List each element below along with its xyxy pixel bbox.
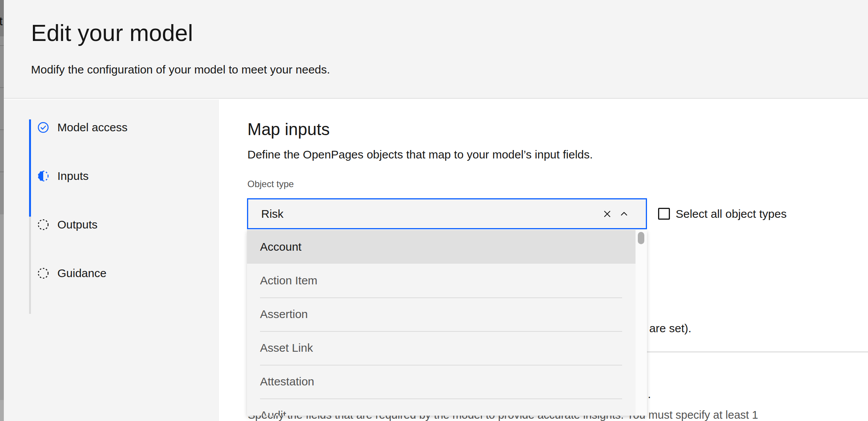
background-row-line	[0, 129, 4, 130]
select-all-label: Select all object types	[676, 207, 787, 221]
half-circle-icon	[37, 170, 49, 182]
background-row-line	[0, 171, 4, 172]
progress-step-label: Model access	[57, 122, 127, 133]
object-type-label: Object type	[247, 178, 294, 190]
progress-step-label: Inputs	[57, 170, 89, 182]
background-text-fragment: t	[0, 15, 3, 28]
edit-model-screen: t Edit your model Modify the configurati…	[0, 0, 868, 421]
progress-step-label: Guidance	[57, 268, 106, 279]
select-all-checkbox-row[interactable]: Select all object types	[658, 198, 787, 229]
background-row-line	[0, 87, 4, 88]
dropdown-item[interactable]: Asset Link	[247, 331, 636, 365]
object-type-combobox[interactable]: Risk	[247, 198, 647, 229]
page-subtitle: Modify the configuration of your model t…	[31, 62, 330, 78]
background-page-row	[0, 214, 4, 400]
dropdown-scrollbar-track[interactable]	[636, 230, 647, 416]
section-description: Define the OpenPages objects that map to…	[247, 147, 593, 163]
background-row-line	[0, 45, 4, 46]
progress-step-outputs[interactable]: Outputs	[29, 217, 197, 265]
dropdown-item[interactable]: Account	[247, 230, 636, 264]
occluded-text-fragment: .	[648, 387, 651, 401]
dashed-circle-icon	[37, 219, 49, 230]
progress-step-model-access[interactable]: Model access	[29, 119, 197, 168]
background-page-row	[0, 400, 4, 421]
section-heading: Map inputs	[247, 119, 330, 140]
progress-step-guidance[interactable]: Guidance	[29, 265, 197, 314]
dropdown-scrollbar-thumb[interactable]	[638, 232, 644, 244]
map-inputs-pane: Map inputs Define the OpenPages objects …	[218, 100, 868, 421]
object-type-dropdown-menu: Account Action Item Assertion Asset Link…	[247, 230, 647, 416]
background-page-strip: t	[0, 0, 4, 421]
dropdown-item[interactable]: Attestation	[247, 365, 636, 398]
dropdown-item[interactable]: Assertion	[247, 297, 636, 331]
dropdown-item[interactable]: Audit	[247, 398, 636, 416]
checkmark-outline-icon	[37, 122, 49, 133]
select-all-checkbox[interactable]	[658, 208, 670, 220]
modal-header: Edit your model Modify the configuration…	[4, 0, 868, 99]
occluded-text-fragment: are set).	[649, 321, 691, 336]
dropdown-list: Account Action Item Assertion Asset Link…	[247, 230, 636, 416]
dashed-circle-icon	[37, 268, 49, 279]
progress-indicator: Model access Inputs	[29, 119, 197, 314]
clear-icon[interactable]	[599, 199, 616, 228]
background-page-row	[0, 36, 4, 214]
chevron-up-icon[interactable]	[616, 199, 632, 228]
dropdown-item[interactable]: Action Item	[247, 264, 636, 297]
edit-model-modal: Edit your model Modify the configuration…	[4, 0, 868, 421]
combobox-value: Risk	[261, 207, 599, 220]
progress-sidebar: Model access Inputs	[4, 100, 218, 421]
progress-step-label: Outputs	[57, 219, 98, 230]
page-title: Edit your model	[31, 19, 193, 47]
progress-step-inputs[interactable]: Inputs	[29, 168, 197, 217]
